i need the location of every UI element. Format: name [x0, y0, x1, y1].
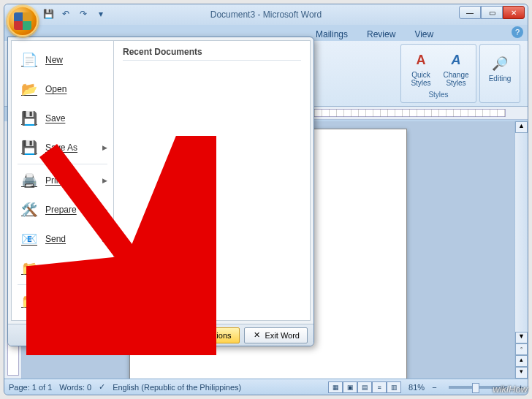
redo-icon[interactable]: ↷ [76, 7, 91, 21]
draft-view-icon[interactable]: ▥ [387, 381, 401, 393]
office-button[interactable] [7, 6, 38, 37]
ribbon-group-styles: A Quick Styles A Change Styles Styles [400, 44, 476, 103]
close-button[interactable]: ✕ [503, 6, 525, 19]
submenu-arrow-icon: ▶ [102, 265, 107, 272]
publish-icon: 📁 [20, 259, 38, 277]
tab-mailings[interactable]: Mailings [310, 28, 354, 41]
send-icon: 📧 [20, 230, 38, 248]
wikihow-watermark: wikiHow [493, 384, 528, 395]
open-icon: 📂 [20, 80, 38, 98]
print-icon: 🖨️ [20, 172, 38, 189]
options-icon: ⚙ [169, 330, 179, 341]
tab-view[interactable]: View [408, 28, 439, 41]
office-menu-commands: 📄New 📂Open 💾Save 💾Save As▶ 🖨️Print▶ 🛠️Pr… [12, 41, 114, 320]
menu-prepare[interactable]: 🛠️Prepare▶ [13, 195, 112, 224]
word-options-button[interactable]: ⚙Word Options [161, 327, 239, 343]
exit-icon: ✕ [252, 330, 262, 341]
office-menu-footer: ⚙Word Options ✕Exit Word [8, 324, 314, 346]
editing-button[interactable]: 🔎 Editing [484, 56, 515, 83]
quick-styles-button[interactable]: A Quick Styles [406, 52, 436, 87]
quick-access-toolbar: 💾 ↶ ↷ ▾ [41, 7, 108, 21]
editing-label: Editing [489, 75, 512, 83]
full-screen-view-icon[interactable]: ▣ [343, 381, 357, 393]
menu-print[interactable]: 🖨️Print▶ [13, 166, 112, 195]
qat-more-icon[interactable]: ▾ [94, 7, 108, 21]
prev-page-icon[interactable]: ▴ [515, 355, 528, 367]
tab-review[interactable]: Review [361, 28, 401, 41]
view-buttons: ▦ ▣ ▤ ≡ ▥ [328, 381, 401, 393]
status-words[interactable]: Words: 0 [59, 383, 91, 392]
submenu-arrow-icon: ▶ [102, 206, 107, 213]
recent-documents-header: Recent Documents [123, 47, 301, 61]
zoom-level[interactable]: 81% [408, 383, 425, 392]
scroll-up-icon[interactable]: ▲ [515, 121, 528, 133]
prepare-icon: 🛠️ [20, 201, 38, 218]
undo-icon[interactable]: ↶ [58, 7, 73, 21]
menu-save-as[interactable]: 💾Save As▶ [13, 133, 112, 162]
word-window: 💾 ↶ ↷ ▾ Document3 - Microsoft Word — ▭ ✕… [4, 4, 528, 395]
zoom-out-icon[interactable]: − [432, 383, 436, 392]
proofing-icon[interactable]: ✓ [99, 382, 105, 392]
status-page[interactable]: Page: 1 of 1 [9, 383, 52, 392]
scroll-down-icon[interactable]: ▼ [515, 332, 528, 343]
submenu-arrow-icon: ▶ [102, 235, 107, 243]
menu-close[interactable]: 📁Close [13, 286, 112, 316]
submenu-arrow-icon: ▶ [102, 144, 107, 151]
submenu-arrow-icon: ▶ [102, 177, 107, 184]
help-icon[interactable]: ? [512, 26, 523, 38]
change-styles-label: Change Styles [441, 71, 471, 87]
web-layout-view-icon[interactable]: ▤ [357, 381, 372, 393]
quick-styles-label: Quick Styles [406, 71, 436, 87]
window-title: Document3 - Microsoft Word [210, 10, 322, 20]
styles-group-label: Styles [428, 91, 448, 102]
binoculars-icon: 🔎 [491, 56, 509, 73]
window-controls: — ▭ ✕ [459, 6, 525, 19]
menu-publish[interactable]: 📁Publish▶ [13, 254, 112, 283]
menu-open[interactable]: 📂Open [13, 75, 112, 104]
titlebar: 💾 ↶ ↷ ▾ Document3 - Microsoft Word — ▭ ✕ [4, 4, 528, 25]
outline-view-icon[interactable]: ≡ [372, 381, 387, 393]
print-layout-view-icon[interactable]: ▦ [328, 381, 343, 393]
save-icon[interactable]: 💾 [41, 7, 56, 21]
close-doc-icon: 📁 [20, 292, 38, 310]
status-bar: Page: 1 of 1 Words: 0 ✓ English (Republi… [4, 379, 528, 395]
exit-word-button[interactable]: ✕Exit Word [244, 327, 308, 343]
quick-styles-icon: A [412, 52, 430, 69]
office-menu: 📄New 📂Open 💾Save 💾Save As▶ 🖨️Print▶ 🛠️Pr… [7, 37, 314, 346]
recent-documents-panel: Recent Documents [114, 41, 310, 320]
vertical-scrollbar[interactable]: ▲ ▼ ◦ ▴ ▾ [514, 121, 528, 379]
change-styles-button[interactable]: A Change Styles [441, 52, 471, 87]
status-language[interactable]: English (Republic of the Philippines) [113, 383, 241, 392]
next-page-icon[interactable]: ▾ [515, 367, 528, 379]
browse-object-icon[interactable]: ◦ [515, 343, 528, 355]
menu-save[interactable]: 💾Save [13, 104, 112, 133]
office-logo-icon [14, 12, 31, 30]
save-as-icon: 💾 [20, 139, 38, 156]
maximize-button[interactable]: ▭ [481, 6, 503, 19]
change-styles-icon: A [447, 52, 465, 69]
minimize-button[interactable]: — [459, 6, 481, 19]
menu-send[interactable]: 📧Send▶ [13, 224, 112, 254]
save-file-icon: 💾 [20, 110, 38, 127]
ribbon-group-editing: 🔎 Editing [479, 44, 520, 103]
new-icon: 📄 [20, 51, 38, 69]
menu-new[interactable]: 📄New [13, 45, 112, 75]
